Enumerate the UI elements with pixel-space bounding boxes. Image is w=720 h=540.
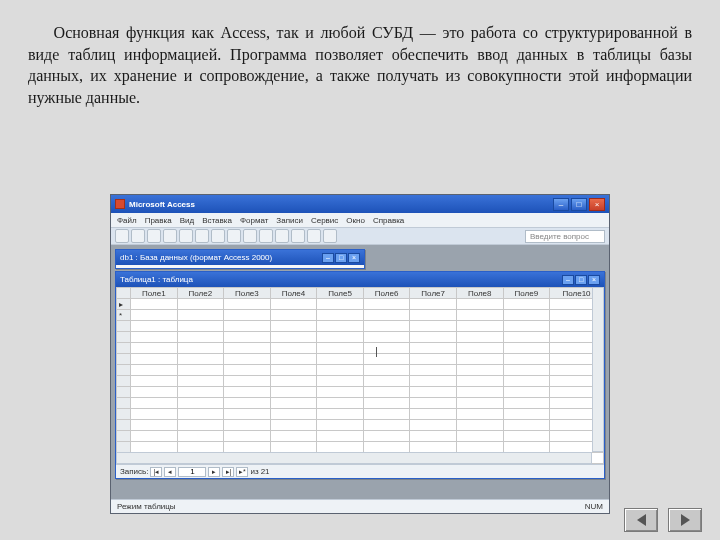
toolbar-button[interactable] — [259, 229, 273, 243]
column-header[interactable]: Поле5 — [317, 288, 364, 299]
column-header[interactable]: Поле2 — [177, 288, 224, 299]
toolbar-button[interactable] — [243, 229, 257, 243]
grid-cell[interactable] — [317, 442, 364, 453]
grid-cell[interactable] — [131, 332, 178, 343]
grid-cell[interactable] — [131, 299, 178, 310]
table-window[interactable]: Таблица1 : таблица – □ × Поле1Поле2Поле3… — [115, 271, 605, 479]
grid-cell[interactable] — [363, 321, 410, 332]
grid-cell[interactable] — [410, 310, 457, 321]
menubar[interactable]: Файл Правка Вид Вставка Формат Записи Се… — [111, 213, 609, 227]
tblwin-maximize-button[interactable]: □ — [575, 275, 587, 285]
grid-cell[interactable] — [131, 420, 178, 431]
window-minimize-button[interactable]: – — [553, 198, 569, 211]
tblwin-minimize-button[interactable]: – — [562, 275, 574, 285]
row-selector[interactable] — [117, 376, 131, 387]
grid-cell[interactable] — [317, 343, 364, 354]
grid-cell[interactable] — [131, 310, 178, 321]
grid-cell[interactable] — [456, 343, 503, 354]
grid-cell[interactable] — [503, 332, 550, 343]
menu-records[interactable]: Записи — [276, 216, 303, 225]
grid-cell[interactable] — [456, 321, 503, 332]
grid-cell[interactable] — [177, 420, 224, 431]
prev-slide-button[interactable] — [624, 508, 658, 532]
grid-cell[interactable] — [317, 376, 364, 387]
toolbar-button[interactable] — [195, 229, 209, 243]
grid-cell[interactable] — [270, 354, 317, 365]
datasheet-grid[interactable]: Поле1Поле2Поле3Поле4Поле5Поле6Поле7Поле8… — [116, 287, 604, 464]
grid-cell[interactable] — [270, 376, 317, 387]
row-selector[interactable]: ▸ — [117, 299, 131, 310]
grid-cell[interactable] — [410, 343, 457, 354]
row-selector[interactable] — [117, 442, 131, 453]
row-selector[interactable] — [117, 409, 131, 420]
grid-cell[interactable] — [456, 387, 503, 398]
grid-cell[interactable] — [456, 398, 503, 409]
dbwin-close-button[interactable]: × — [348, 253, 360, 263]
grid-cell[interactable] — [363, 310, 410, 321]
grid-cell[interactable] — [456, 420, 503, 431]
grid-cell[interactable] — [503, 321, 550, 332]
grid-cell[interactable] — [177, 354, 224, 365]
grid-cell[interactable] — [363, 365, 410, 376]
grid-cell[interactable] — [270, 398, 317, 409]
row-selector[interactable] — [117, 398, 131, 409]
grid-cell[interactable] — [503, 354, 550, 365]
menu-file[interactable]: Файл — [117, 216, 137, 225]
grid-cell[interactable] — [363, 332, 410, 343]
grid-cell[interactable] — [270, 442, 317, 453]
grid-cell[interactable] — [224, 354, 271, 365]
grid-cell[interactable] — [410, 431, 457, 442]
grid-cell[interactable] — [177, 299, 224, 310]
grid-cell[interactable] — [177, 310, 224, 321]
record-last-button[interactable]: ▸| — [222, 467, 234, 477]
grid-cell[interactable] — [224, 420, 271, 431]
record-next-button[interactable]: ▸ — [208, 467, 220, 477]
row-selector[interactable] — [117, 431, 131, 442]
dbwin-maximize-button[interactable]: □ — [335, 253, 347, 263]
grid-cell[interactable] — [503, 409, 550, 420]
grid-cell[interactable] — [270, 321, 317, 332]
grid-cell[interactable] — [317, 398, 364, 409]
grid-cell[interactable] — [270, 332, 317, 343]
menu-tools[interactable]: Сервис — [311, 216, 338, 225]
grid-cell[interactable] — [131, 442, 178, 453]
grid-cell[interactable] — [131, 376, 178, 387]
grid-cell[interactable] — [131, 321, 178, 332]
toolbar-button[interactable] — [163, 229, 177, 243]
grid-cell[interactable] — [503, 299, 550, 310]
grid-cell[interactable] — [131, 398, 178, 409]
grid-cell[interactable] — [410, 387, 457, 398]
row-selector[interactable] — [117, 321, 131, 332]
grid-cell[interactable] — [270, 431, 317, 442]
grid-cell[interactable] — [270, 299, 317, 310]
grid-cell[interactable] — [177, 442, 224, 453]
column-header[interactable]: Поле8 — [456, 288, 503, 299]
grid-cell[interactable] — [363, 442, 410, 453]
grid-cell[interactable] — [410, 354, 457, 365]
grid-cell[interactable] — [456, 431, 503, 442]
grid-cell[interactable] — [456, 376, 503, 387]
row-selector[interactable] — [117, 365, 131, 376]
menu-format[interactable]: Формат — [240, 216, 268, 225]
column-header[interactable]: Поле1 — [131, 288, 178, 299]
grid-cell[interactable] — [177, 409, 224, 420]
grid-cell[interactable] — [363, 343, 410, 354]
grid-cell[interactable] — [503, 376, 550, 387]
toolbar-button[interactable] — [115, 229, 129, 243]
grid-cell[interactable] — [224, 299, 271, 310]
next-slide-button[interactable] — [668, 508, 702, 532]
grid-cell[interactable] — [131, 354, 178, 365]
grid-cell[interactable] — [224, 409, 271, 420]
grid-cell[interactable] — [177, 332, 224, 343]
grid-cell[interactable] — [363, 299, 410, 310]
grid-cell[interactable] — [177, 387, 224, 398]
grid-cell[interactable] — [270, 387, 317, 398]
grid-cell[interactable] — [224, 398, 271, 409]
grid-cell[interactable] — [131, 365, 178, 376]
grid-cell[interactable] — [410, 376, 457, 387]
grid-cell[interactable] — [456, 299, 503, 310]
record-number-input[interactable] — [178, 467, 206, 477]
record-new-button[interactable]: ▸* — [236, 467, 248, 477]
row-selector[interactable] — [117, 332, 131, 343]
grid-cell[interactable] — [177, 398, 224, 409]
